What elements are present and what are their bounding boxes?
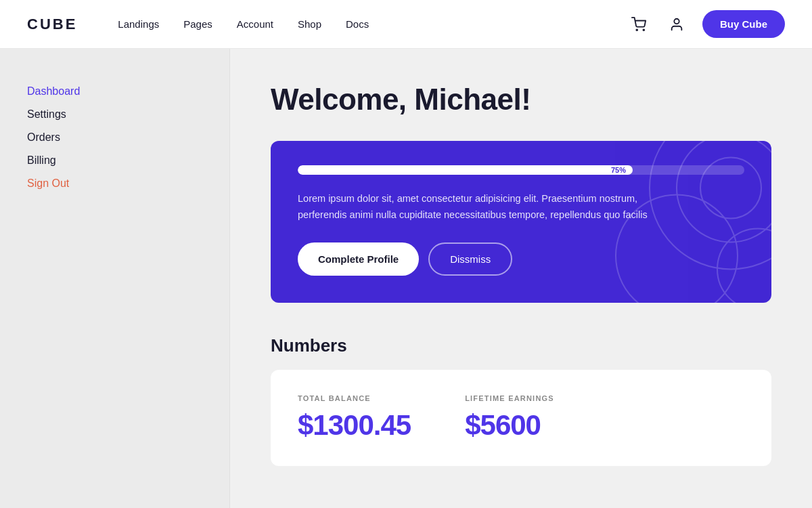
profile-banner: 75% Lorem ipsum dolor sit, amet consecte… — [271, 141, 771, 303]
user-icon — [669, 17, 684, 32]
progress-track: 75% — [298, 165, 744, 175]
total-balance-item: TOTAL BALANCE $1300.45 — [298, 394, 411, 442]
svg-point-0 — [636, 29, 637, 30]
banner-body: Lorem ipsum dolor sit, amet consectetur … — [298, 191, 650, 224]
complete-profile-button[interactable]: Complete Profile — [298, 242, 419, 276]
sidebar-item-billing: Billing — [27, 152, 202, 169]
progress-label: 75% — [611, 166, 626, 174]
numbers-card: TOTAL BALANCE $1300.45 LIFETIME EARNINGS… — [271, 370, 771, 466]
progress-container: 75% — [298, 165, 744, 175]
nav-link-account[interactable]: Account — [237, 18, 273, 30]
sidebar-item-orders: Orders — [27, 129, 202, 146]
nav-link-landings[interactable]: Landings — [118, 18, 159, 30]
banner-actions: Complete Profile Dissmiss — [298, 242, 744, 276]
numbers-title: Numbers — [271, 335, 771, 356]
nav-actions: Buy Cube — [627, 10, 785, 38]
user-button[interactable] — [664, 12, 689, 37]
nav-link-docs[interactable]: Docs — [346, 18, 369, 30]
total-balance-label: TOTAL BALANCE — [298, 394, 411, 402]
sidebar: Dashboard Settings Orders Billing Sign O… — [0, 49, 230, 508]
welcome-title: Welcome, Michael! — [271, 83, 771, 117]
svg-point-2 — [674, 18, 679, 23]
dismiss-button[interactable]: Dissmiss — [428, 242, 512, 276]
lifetime-earnings-value: $5600 — [465, 409, 554, 442]
nav-link-pages[interactable]: Pages — [183, 18, 212, 30]
sidebar-item-dashboard: Dashboard — [27, 83, 202, 100]
buy-button[interactable]: Buy Cube — [702, 10, 785, 38]
main-content: Welcome, Michael! 75% Lorem ipsum dolor … — [230, 49, 812, 508]
sidebar-item-settings: Settings — [27, 106, 202, 123]
sidebar-item-signout: Sign Out — [27, 175, 202, 192]
nav-links: Landings Pages Account Shop Docs — [118, 18, 627, 30]
logo[interactable]: CUBE — [27, 16, 77, 33]
nav-link-shop[interactable]: Shop — [298, 18, 321, 30]
sidebar-nav: Dashboard Settings Orders Billing Sign O… — [27, 83, 202, 192]
cart-icon — [631, 17, 646, 32]
progress-fill: 75% — [298, 165, 633, 175]
lifetime-earnings-item: LIFETIME EARNINGS $5600 — [465, 394, 554, 442]
total-balance-value: $1300.45 — [298, 409, 411, 442]
svg-point-4 — [677, 141, 771, 242]
cart-button[interactable] — [627, 12, 651, 37]
navbar: CUBE Landings Pages Account Shop Docs Bu… — [0, 0, 812, 49]
lifetime-earnings-label: LIFETIME EARNINGS — [465, 394, 554, 402]
svg-point-1 — [643, 29, 644, 30]
